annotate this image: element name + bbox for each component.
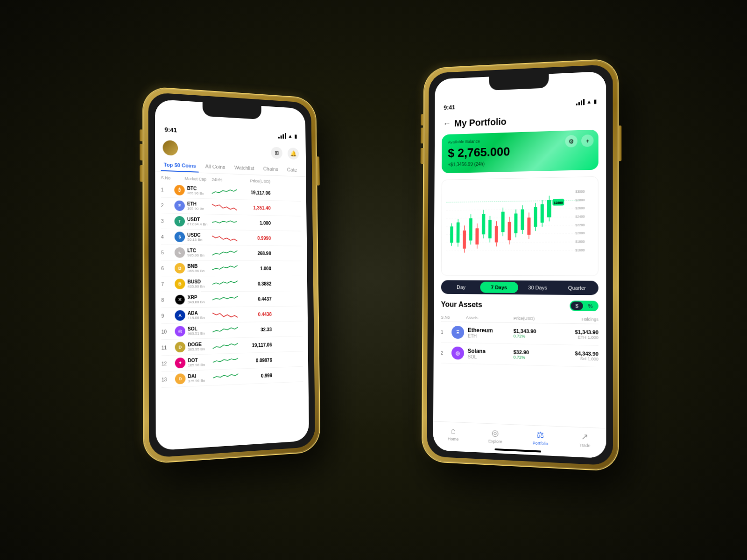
right-volume-up[interactable] (421, 127, 424, 143)
coin-name-block: USDT 67,094.4 Bn (187, 217, 207, 226)
nav-home[interactable]: ⌂ Home (448, 426, 458, 442)
time-btn-day[interactable]: Day (442, 281, 479, 293)
coin-info: ✦ DOT 165.96 Bn (175, 357, 213, 368)
tab-watchlist[interactable]: Watchlist (232, 162, 257, 175)
left-screen-content: 9:41 ▲ ▮ (155, 99, 309, 450)
left-phone-screen: 9:41 ▲ ▮ (155, 99, 309, 450)
back-button[interactable]: ← (443, 119, 451, 129)
svg-text:$2000: $2000 (575, 231, 585, 235)
time-left: 9:41 (165, 126, 177, 133)
phones-container: 9:41 ▲ ▮ (117, 35, 630, 525)
coin-logo: B (175, 263, 185, 273)
signal-bar-r4 (583, 99, 585, 105)
coin-mcap: 365.95 Bn (188, 347, 205, 351)
home-icon: ⌂ (451, 426, 456, 436)
asset-row-sol[interactable]: 2 ◎ Solana SOL $32.90 0.72% (441, 343, 599, 367)
add-btn[interactable]: + (581, 134, 594, 147)
coin-row-5[interactable]: 5 Ł LTC 985.06 Bn 268.9 (161, 245, 302, 261)
row-num: 11 (162, 344, 175, 350)
sparkline (213, 341, 240, 351)
asset-name-block-eth: Ethereum ETH (468, 327, 493, 339)
battery-icon: ▮ (294, 133, 297, 140)
coin-logo: B (175, 279, 185, 289)
coin-name-block: DOT 165.96 Bn (188, 357, 205, 368)
signal-bar-r1 (576, 103, 578, 105)
volume-down-button[interactable] (140, 165, 143, 182)
nav-trade[interactable]: ↗ Trade (579, 431, 591, 448)
coin-row-7[interactable]: 7 B BUSD 435.90 Bn 0.38 (161, 276, 302, 292)
coin-name-block: BUSD 435.90 Bn (188, 279, 205, 288)
asset-row-eth[interactable]: 1 Ξ Ethereum ETH $1,343.90 0.72% (441, 322, 599, 346)
right-silent[interactable] (421, 114, 424, 125)
settings-btn[interactable]: ⚙ (565, 135, 577, 147)
signal-bars (278, 133, 286, 139)
explore-icon: ◎ (492, 427, 499, 438)
svg-rect-57 (541, 204, 544, 223)
coin-info: A ADA 115.06 Bn (175, 310, 212, 321)
svg-rect-30 (482, 214, 485, 234)
toggle-dollar[interactable]: $ (571, 301, 583, 310)
coin-symbol: ADA (188, 310, 205, 316)
coin-info: T USDT 67,094.4 Bn (175, 216, 212, 227)
volume-up-button[interactable] (140, 144, 143, 161)
power-button[interactable] (316, 156, 320, 185)
svg-rect-18 (457, 222, 460, 242)
right-screen-content: 9:41 ▲ ▮ (433, 71, 606, 459)
svg-rect-60 (547, 200, 551, 217)
tab-chains[interactable]: Chains (261, 163, 281, 175)
coin-price: 19,117.06 (239, 189, 270, 196)
coin-logo: $ (175, 231, 185, 242)
svg-rect-24 (469, 218, 472, 240)
coin-mcap: 50.13 Bn (187, 238, 202, 242)
coin-row-3[interactable]: 3 T USDT 67,094.4 Bn 1. (161, 213, 302, 231)
sparkline (213, 356, 240, 366)
bell-icon[interactable]: 🔔 (288, 147, 299, 160)
sparkline (212, 202, 240, 212)
row-num: 2 (161, 203, 175, 208)
nav-portfolio[interactable]: ⚖ Portfolio (533, 429, 548, 446)
coin-info: ₿ BTC 365.96 Bn (174, 185, 211, 196)
coin-row-6[interactable]: 6 B BNB 365.96 Bn 1.000 (161, 260, 302, 276)
avatar[interactable] (163, 140, 178, 156)
asset-price-eth: $1,343.90 0.72% (514, 328, 556, 339)
assets-header-price: Price(USD) (514, 316, 556, 321)
scan-icon[interactable]: ⊞ (271, 147, 282, 159)
nav-explore[interactable]: ◎ Explore (488, 427, 502, 444)
silent-button[interactable] (140, 129, 143, 141)
coin-mcap: 67,094.4 Bn (187, 222, 207, 227)
coin-logo: ✦ (175, 357, 186, 368)
time-btn-30days[interactable]: 30 Days (518, 282, 557, 294)
coin-row-8[interactable]: 8 ✕ XRP 340.60 Bn 0.443 (161, 291, 302, 308)
assets-header-sno: S.No (441, 315, 451, 320)
coin-logo: Ł (175, 247, 185, 258)
coin-name-block: XRP 340.60 Bn (188, 295, 205, 305)
svg-text:$2200: $2200 (575, 223, 585, 226)
header-sno: S.No (161, 175, 175, 181)
coin-price: 268.98 (240, 251, 271, 256)
right-power[interactable] (618, 126, 621, 161)
coin-symbol: USDT (187, 217, 207, 222)
tab-categories[interactable]: Cate (284, 164, 300, 176)
coin-name-block: LTC 985.06 Bn (187, 248, 204, 258)
portfolio-title: My Portfolio (454, 116, 507, 129)
asset-name-eth: Ethereum (468, 327, 493, 334)
nav-portfolio-label: Portfolio (533, 441, 548, 446)
coin-price: 32.33 (240, 327, 272, 332)
header-icons: ⊞ 🔔 (271, 147, 299, 160)
tab-allcoins[interactable]: All Coins (203, 161, 228, 174)
sparkline (212, 294, 240, 304)
right-volume-down[interactable] (421, 148, 424, 164)
signal-bar-r2 (578, 102, 580, 105)
coin-mcap: 365.96 Bn (187, 191, 204, 196)
tab-top50[interactable]: Top 50 Coins (161, 159, 199, 172)
time-btn-quarter[interactable]: Quarter (557, 282, 597, 294)
asset-logo-sol: ◎ (451, 346, 464, 359)
signal-bars-right (576, 99, 585, 105)
coin-row-4[interactable]: 4 $ USDC 50.13 Bn 0.999 (161, 229, 302, 246)
coin-info: Ξ ETH 165.90 Bn (174, 200, 211, 211)
time-btn-7days[interactable]: 7 Days (480, 282, 518, 293)
toggle-percent[interactable]: % (583, 301, 598, 310)
sparkline (212, 279, 240, 288)
svg-rect-42 (507, 222, 511, 240)
coin-symbol: LTC (187, 248, 204, 253)
